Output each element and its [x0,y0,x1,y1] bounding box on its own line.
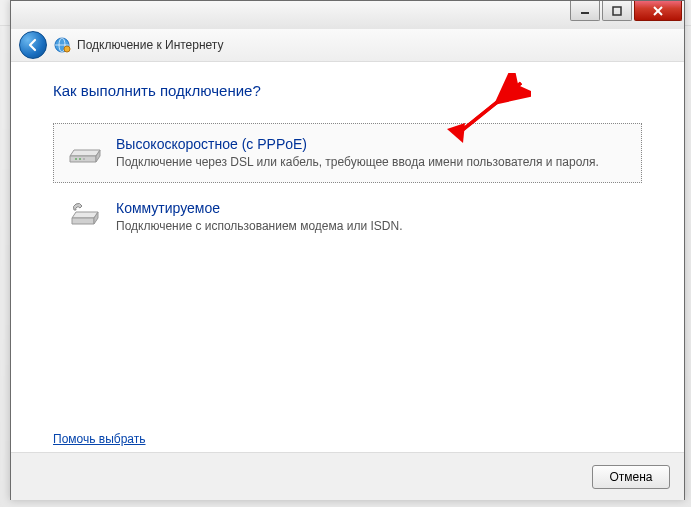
wizard-window: Подключение к Интернету Как выполнить по… [10,0,685,500]
cancel-button[interactable]: Отмена [592,465,670,489]
option-pppoe[interactable]: Высокоскоростное (с PPPoE) Подключение ч… [53,123,642,183]
modem-icon [68,136,102,168]
svg-rect-1 [613,7,621,15]
content-area: Как выполнить подключение? Высокоскорост… [11,62,684,452]
svg-point-8 [75,158,77,160]
back-button[interactable] [19,31,47,59]
maximize-button[interactable] [602,1,632,21]
header-bar: Подключение к Интернету [11,29,684,62]
minimize-button[interactable] [570,1,600,21]
header-title: Подключение к Интернету [77,38,224,52]
option-description: Подключение через DSL или кабель, требую… [116,154,599,170]
titlebar [11,1,684,29]
footer: Отмена [11,452,684,500]
globe-icon [53,36,71,54]
option-dialup[interactable]: Коммутируемое Подключение с использовани… [53,187,642,247]
svg-point-10 [83,158,85,160]
option-text: Высокоскоростное (с PPPoE) Подключение ч… [116,136,599,170]
close-button[interactable] [634,1,682,21]
svg-point-7 [64,46,70,52]
option-text: Коммутируемое Подключение с использовани… [116,200,403,234]
phone-modem-icon [68,200,102,232]
option-title: Высокоскоростное (с PPPoE) [116,136,599,152]
page-heading: Как выполнить подключение? [53,82,642,99]
svg-point-9 [79,158,81,160]
option-description: Подключение с использованием модема или … [116,218,403,234]
option-title: Коммутируемое [116,200,403,216]
help-link[interactable]: Помочь выбрать [53,432,146,446]
